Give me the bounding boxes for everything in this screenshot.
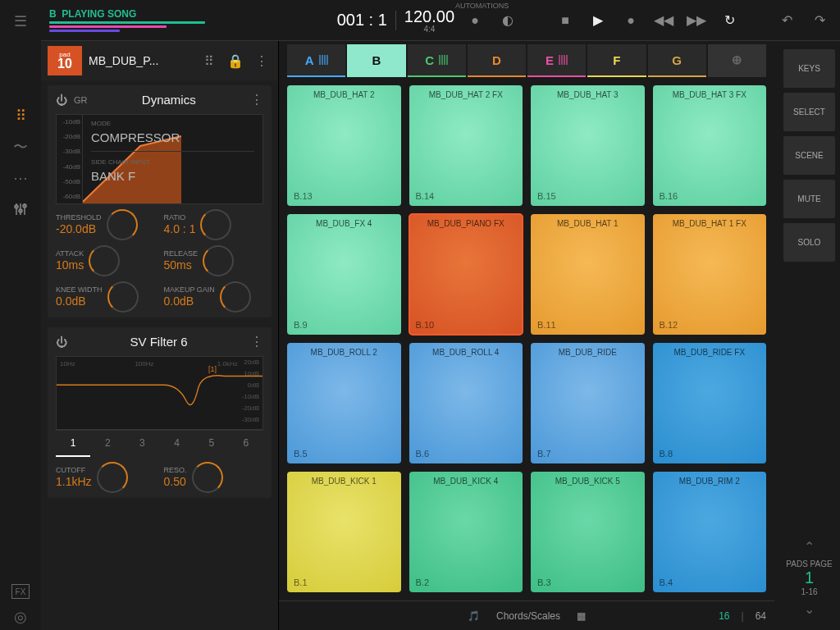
- pad-B-1[interactable]: MB_DUB_KICK 1B.1: [287, 472, 401, 592]
- more-icon[interactable]: ⋮: [252, 53, 272, 69]
- ratio-value: 4.0 : 1: [164, 222, 196, 235]
- record-icon[interactable]: ●: [619, 8, 643, 33]
- undo-icon[interactable]: ↶: [774, 8, 799, 33]
- cutoff-value: 1.1kHz: [56, 475, 92, 488]
- power-icon[interactable]: ⏻: [56, 94, 67, 107]
- mixer-icon[interactable]: [7, 196, 34, 222]
- more-icon[interactable]: ⋮: [250, 92, 263, 107]
- lock-icon[interactable]: 🔒: [226, 53, 245, 69]
- filter-tab-6[interactable]: 6: [229, 431, 263, 457]
- pad-name[interactable]: MB_DUB_P...: [89, 54, 193, 67]
- mute-button[interactable]: MUTE: [783, 180, 835, 218]
- filter-module: ⏻ SV Filter 6 ⋮ 10Hz 100Hz 1.0kHz 20dB 1…: [48, 327, 272, 498]
- fx-icon[interactable]: FX: [11, 584, 30, 599]
- release-knob[interactable]: [203, 245, 234, 276]
- pattern-tab-F[interactable]: F: [587, 44, 646, 77]
- page-up-icon[interactable]: ⌃: [783, 534, 835, 559]
- pad-B-13[interactable]: MB_DUB_HAT 2B.13: [287, 85, 401, 206]
- scene-button[interactable]: SCENE: [783, 136, 835, 175]
- redo-icon[interactable]: ↷: [807, 8, 832, 33]
- pad-B-8[interactable]: MB_DUB_RIDE FXB.8: [653, 343, 767, 463]
- add-pattern-button[interactable]: ⊕: [708, 44, 766, 77]
- mode-value[interactable]: COMPRESSOR: [91, 130, 254, 144]
- keys-button[interactable]: KEYS: [783, 49, 835, 88]
- pattern-tab-D[interactable]: D: [468, 44, 526, 77]
- more-icon[interactable]: ⋮: [250, 334, 263, 349]
- play-icon[interactable]: ▶: [586, 8, 610, 33]
- filter-title: SV Filter 6: [74, 335, 244, 349]
- attack-knob[interactable]: [89, 245, 120, 276]
- forward-icon[interactable]: ▶▶: [684, 8, 709, 33]
- dynamics-graph[interactable]: -10dB-20dB-30dB-40dB-50dB-60dB MODE COMP…: [56, 114, 263, 204]
- settings-icon[interactable]: ◎: [7, 604, 34, 630]
- sequence-icon[interactable]: ⋯: [7, 165, 34, 191]
- page-down-icon[interactable]: ⌄: [783, 596, 835, 622]
- rewind-icon[interactable]: ◀◀: [651, 8, 676, 33]
- pattern-tab-G[interactable]: G: [648, 44, 706, 77]
- sidechain-value[interactable]: BANK F: [91, 169, 254, 183]
- filter-tab-5[interactable]: 5: [194, 431, 229, 457]
- menu-icon[interactable]: ☰: [7, 8, 34, 34]
- pad-B-7[interactable]: MB_DUB_RIDEB.7: [531, 343, 645, 463]
- pads-page-label: PADS PAGE: [783, 559, 835, 568]
- solo-button[interactable]: SOLO: [783, 223, 835, 262]
- grid-icon[interactable]: ⠿: [199, 53, 219, 69]
- makeup-knob[interactable]: [220, 281, 251, 313]
- pad-B-16[interactable]: MB_DUB_HAT 3 FXB.16: [653, 85, 767, 206]
- reso-value: 0.50: [164, 475, 186, 488]
- makeup-value: 0.0dB: [164, 294, 194, 308]
- pad-number-badge[interactable]: pad 10: [48, 46, 82, 75]
- pattern-tab-C[interactable]: C: [408, 44, 466, 77]
- knee-knob[interactable]: [107, 281, 139, 313]
- pad-B-15[interactable]: MB_DUB_HAT 3B.15: [531, 85, 645, 206]
- automation-toggle-icon[interactable]: ◐: [495, 8, 520, 33]
- pattern-tab-E[interactable]: E: [527, 44, 586, 77]
- song-position[interactable]: 001 : 1: [337, 11, 387, 30]
- pad-B-9[interactable]: MB_DUB_FX 4B.9: [287, 214, 401, 335]
- chords-button[interactable]: Chords/Scales: [496, 610, 560, 622]
- pad-B-5[interactable]: MB_DUB_ROLL 2B.5: [287, 343, 401, 463]
- tuning-fork-icon[interactable]: 🎵: [468, 610, 480, 622]
- right-rail: KEYS SELECT SCENE MUTE SOLO ⌃ PADS PAGE …: [778, 41, 840, 630]
- filter-tab-1[interactable]: 1: [56, 431, 90, 457]
- pad-B-11[interactable]: MB_DUB_HAT 1B.11: [531, 214, 645, 335]
- filter-handle-label[interactable]: [1]: [208, 365, 217, 373]
- pattern-tab-B[interactable]: B: [347, 44, 405, 77]
- cutoff-knob[interactable]: [97, 462, 128, 493]
- loop-icon[interactable]: ↻: [717, 8, 742, 33]
- filter-tab-2[interactable]: 2: [90, 431, 125, 457]
- keyboard-icon[interactable]: ▦: [577, 610, 586, 622]
- sidechain-label: SIDE CHAIN INPUT: [91, 158, 254, 166]
- pad-B-14[interactable]: MB_DUB_HAT 2 FXB.14: [409, 85, 523, 206]
- pad-B-3[interactable]: MB_DUB_KICK 5B.3: [531, 472, 645, 592]
- pad-grid: MB_DUB_HAT 2B.13MB_DUB_HAT 2 FXB.14MB_DU…: [279, 77, 774, 600]
- song-progress: [49, 21, 205, 32]
- pad-B-12[interactable]: MB_DUB_HAT 1 FXB.12: [653, 214, 767, 335]
- knee-value: 0.0dB: [56, 294, 86, 308]
- pad-B-4[interactable]: MB_DUB_RIM 2B.4: [653, 472, 767, 592]
- pads-page-range: 1-16: [783, 587, 835, 596]
- filter-tabs: 1 2 3 4 5 6: [56, 430, 263, 457]
- gr-label: GR: [74, 95, 88, 105]
- filter-graph[interactable]: 10Hz 100Hz 1.0kHz 20dB 10dB 0dB -10dB -2…: [56, 356, 263, 430]
- pad-B-2[interactable]: MB_DUB_KICK 4B.2: [409, 472, 523, 592]
- mode-label: MODE: [91, 120, 254, 127]
- pad-B-10[interactable]: MB_DUB_PIANO FXB.10: [409, 214, 523, 335]
- power-icon[interactable]: ⏻: [56, 336, 67, 349]
- select-button[interactable]: SELECT: [783, 93, 835, 131]
- stop-icon[interactable]: ■: [553, 8, 578, 33]
- threshold-value: -20.0dB: [56, 222, 96, 235]
- reso-knob[interactable]: [192, 462, 223, 493]
- waveform-icon[interactable]: 〜: [7, 134, 34, 160]
- record-arm-icon[interactable]: ●: [463, 8, 487, 33]
- threshold-knob[interactable]: [107, 209, 138, 240]
- ratio-knob[interactable]: [200, 209, 231, 240]
- filter-tab-3[interactable]: 3: [125, 431, 159, 457]
- pads-view-icon[interactable]: ⠿: [7, 103, 34, 129]
- filter-tab-4[interactable]: 4: [160, 431, 194, 457]
- pattern-tab-A[interactable]: A: [287, 44, 345, 77]
- pad-B-6[interactable]: MB_DUB_ROLL 4B.6: [409, 343, 523, 463]
- count-active[interactable]: 16: [719, 610, 729, 622]
- count-total[interactable]: 64: [756, 610, 766, 622]
- tempo[interactable]: 120.004:4: [404, 7, 454, 34]
